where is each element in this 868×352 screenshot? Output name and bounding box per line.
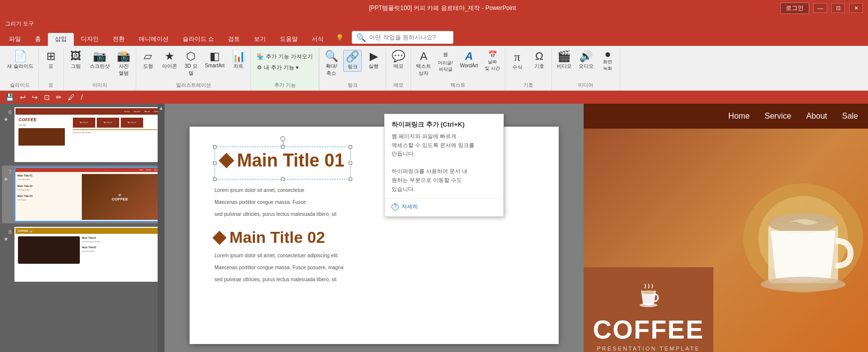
comments-group-label: 메모 <box>389 81 408 90</box>
main-title-1: Main Title 01 <box>221 150 344 171</box>
screen-record-button[interactable]: ⏺ 화면녹화 <box>599 50 617 73</box>
redo-button[interactable]: ↪ <box>30 93 39 102</box>
tab-view[interactable]: 보기 <box>247 33 273 46</box>
tab-format[interactable]: 서식 <box>305 33 331 46</box>
slide-thumb-6[interactable]: Home Service About Sale COFFEE Sub Title <box>14 107 161 162</box>
tab-file[interactable]: 파일 <box>2 33 28 46</box>
maximize-button[interactable]: ⊡ <box>831 3 845 13</box>
coffee-big-text: COFFEE <box>593 317 704 343</box>
save-qa-button[interactable]: 💾 <box>4 93 15 102</box>
textbox-button[interactable]: A 텍스트상자 <box>414 50 433 78</box>
qa-more-button[interactable]: / <box>79 93 84 102</box>
slide-item-7[interactable]: 7 ★ Home Service About Main Title 01 Lor… <box>2 166 163 223</box>
picture-button[interactable]: 🖼 그림 <box>67 50 85 71</box>
tab-help[interactable]: 도움말 <box>273 33 305 46</box>
slide-item-6[interactable]: 6 ★ Home Service About Sale COFFEE Sub <box>2 106 163 164</box>
nav-item-about[interactable]: About <box>806 112 827 121</box>
info-circle-icon: ? <box>392 203 399 210</box>
illustrations-group-label: 일러스트레이션 <box>139 81 247 90</box>
my-addons-button[interactable]: ⚙ 내 추가 기능 ▾ <box>254 63 302 72</box>
shapes-button[interactable]: ▱ 도형 <box>139 50 157 71</box>
slide-number-6: 6 <box>3 109 11 115</box>
login-button[interactable]: 로그인 <box>780 2 809 14</box>
minimize-button[interactable]: — <box>813 3 827 13</box>
tab-slideshow[interactable]: 슬라이드 쇼 <box>176 33 221 46</box>
hyperlink-tooltip: 하이퍼링크 추가 (Ctrl+K) 웹 페이지와 파일에 빠르게 액세스할 수 … <box>384 114 504 217</box>
chart-button[interactable]: 📊 차트 <box>229 50 247 71</box>
undo-button[interactable]: ↩ <box>18 93 27 102</box>
drawing-tools-bar: 그리기 도구 <box>0 16 868 31</box>
video-button[interactable]: 🎬 비디오 <box>555 50 574 71</box>
smartart-icon: ◧ <box>210 51 220 62</box>
get-addons-button[interactable]: 🏪 추가 기능 가져오기 <box>254 52 316 61</box>
pen-tool-button[interactable]: ✏ <box>54 93 63 102</box>
handle-tm[interactable] <box>281 145 284 149</box>
nav-item-home[interactable]: Home <box>728 112 750 121</box>
handle-tr[interactable] <box>349 145 352 149</box>
ribbon-group-slides: 📄 새 슬라이드 슬라이드 <box>2 48 39 90</box>
search-box[interactable]: 🔍 <box>352 31 453 44</box>
audio-button[interactable]: 🔊 오디오 <box>577 50 596 71</box>
nav-item-sale[interactable]: Sale <box>842 112 858 121</box>
audio-icon: 🔊 <box>579 51 593 62</box>
slide-item-8[interactable]: 8 ★ COFFEE ☕ Main Title#1 Lorem ipsum do… <box>2 225 163 283</box>
new-slide-button[interactable]: 📄 새 슬라이드 <box>5 50 35 71</box>
link-button[interactable]: 🔗 링크 <box>343 50 362 72</box>
nav-item-service[interactable]: Service <box>765 112 791 121</box>
ribbon-group-table: ⊞ 표 표 <box>39 48 64 90</box>
wordart-button[interactable]: A WordArt <box>458 50 480 69</box>
tab-insert[interactable]: 삽입 <box>48 33 74 46</box>
comment-button[interactable]: 💬 메모 <box>390 50 408 71</box>
date-time-button[interactable]: 📅 날짜및 시간 <box>483 50 502 73</box>
qa-box-button[interactable]: ⊡ <box>42 93 51 102</box>
action-button[interactable]: ▶ 실행 <box>365 50 383 71</box>
screenshot-button[interactable]: 📷 스크린샷 <box>88 50 112 71</box>
addons-store-icon: 🏪 <box>257 53 264 60</box>
tab-animation[interactable]: 애니메이션 <box>132 33 176 46</box>
handle-bm[interactable] <box>281 177 284 181</box>
svg-point-6 <box>640 303 657 307</box>
symbol-button[interactable]: Ω 기호 <box>530 50 548 71</box>
scroll-up-button[interactable]: ▲ <box>159 104 164 112</box>
handle-br[interactable] <box>349 177 352 181</box>
handle-bl[interactable] <box>213 177 217 181</box>
search-input[interactable] <box>369 34 449 41</box>
ribbon-group-comments: 💬 메모 메모 <box>386 48 411 90</box>
tab-home[interactable]: 홈 <box>28 33 48 46</box>
tooltip-title: 하이퍼링크 추가 (Ctrl+K) <box>385 114 503 132</box>
equation-button[interactable]: π 수식 <box>508 50 526 72</box>
chart-icon: 📊 <box>232 51 245 62</box>
comment-icon: 💬 <box>392 51 405 62</box>
images-group-label: 이미지 <box>67 81 133 90</box>
tooltip-learn-more-button[interactable]: ? 자세히 <box>385 198 503 216</box>
table-button[interactable]: ⊞ 표 <box>42 50 60 71</box>
slide-thumb-8[interactable]: COFFEE ☕ Main Title#1 Lorem ipsum dolor … <box>14 227 161 282</box>
tab-transition[interactable]: 전환 <box>106 33 132 46</box>
smartart-button[interactable]: ◧ SmartArt <box>203 50 226 69</box>
rotate-handle[interactable] <box>280 136 285 141</box>
canvas-area: Main Title 01 Lorem ipsum dolor sit amet… <box>165 104 584 352</box>
photo-album-icon: 📸 <box>117 51 130 62</box>
slide-panel-scrollbar[interactable]: ▲ ▼ <box>158 104 165 352</box>
handle-ml[interactable] <box>213 162 217 165</box>
header-footer-button[interactable]: ≡ 머리글/바닥글 <box>436 50 455 74</box>
brush-button[interactable]: 🖊 <box>66 93 76 102</box>
tab-design[interactable]: 디자인 <box>74 33 106 46</box>
handle-mr[interactable] <box>349 162 352 165</box>
coffee-brand-overlay: COFFEE PRESENTATION TEMPLATE <box>584 267 713 352</box>
slides-group-label: 슬라이드 <box>5 81 35 90</box>
close-button[interactable]: ✕ <box>849 3 863 13</box>
addons-group-label: 추가 기능 <box>254 81 316 90</box>
wordart-icon: A <box>465 51 473 62</box>
title-1-selected-box: Main Title 01 <box>215 147 351 179</box>
tab-review[interactable]: 검토 <box>221 33 247 46</box>
photo-album-button[interactable]: 📸 사진앨범 <box>115 50 133 78</box>
icons-button[interactable]: ★ 아이콘 <box>160 50 179 71</box>
3d-models-button[interactable]: ⬡ 3D 모델 <box>182 50 200 78</box>
handle-tl[interactable] <box>213 145 217 149</box>
text-group-label: 텍스트 <box>414 81 502 90</box>
right-panel-header: Home Service About Sale <box>584 104 868 129</box>
slide-thumb-7[interactable]: Home Service About Main Title 01 Lorem i… <box>14 167 161 222</box>
new-slide-icon: 📄 <box>13 51 27 62</box>
zoom-button[interactable]: 🔍 확대/축소 <box>322 50 340 78</box>
